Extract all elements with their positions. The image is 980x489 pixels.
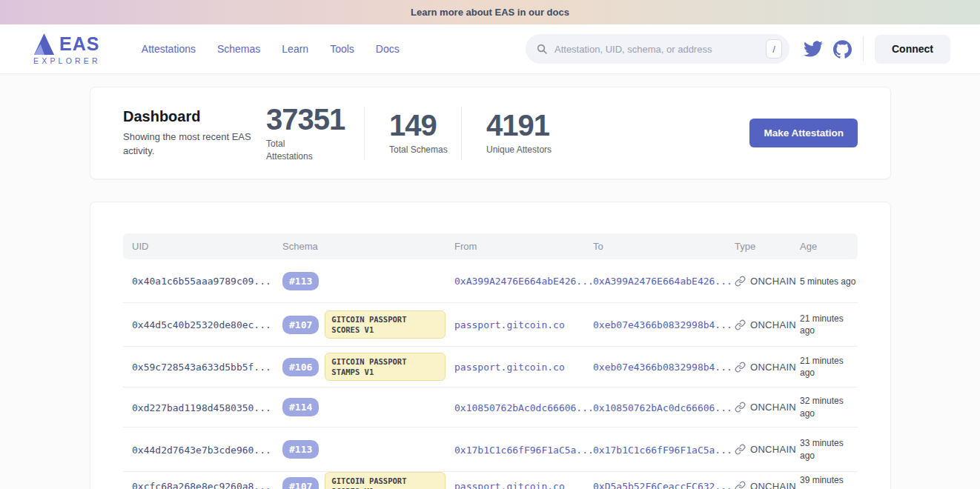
table-row[interactable]: 0xd227bad1198d4580350... #114 0x10850762… — [123, 387, 858, 428]
attestation-age: 32 minutes ago — [800, 395, 858, 419]
to-address-link[interactable]: 0x10850762bAc0dc66606... — [593, 402, 732, 413]
nav-attestations[interactable]: Attestations — [142, 43, 196, 55]
main-nav: Attestations Schemas Learn Tools Docs — [142, 43, 400, 55]
attestations-table-card: UID Schema From To Type Age 0x40a1c6b55a… — [90, 202, 891, 489]
schema-id-badge[interactable]: #113 — [282, 272, 319, 290]
stat-unique-attestors: 4191 Unique Attestors — [462, 110, 552, 156]
to-address-link[interactable]: 0x17b1C1c66fF96F1aC5a... — [593, 445, 732, 456]
schema-id-badge[interactable]: #106 — [282, 358, 319, 376]
attestation-type: ONCHAIN — [750, 319, 796, 330]
header: EAS EXPLORER Attestations Schemas Learn … — [0, 24, 980, 74]
stat-label: Total Attestations — [266, 138, 331, 163]
to-address-link[interactable]: 0xeb07e4366b0832998b4... — [593, 319, 732, 330]
slash-shortcut-badge: / — [766, 39, 782, 59]
stat-total-schemas: 149 Total Schemas — [365, 110, 461, 156]
dashboard-card: Dashboard Showing the most recent EAS ac… — [90, 87, 891, 179]
table-header-row: UID Schema From To Type Age — [123, 233, 858, 259]
nav-tools[interactable]: Tools — [330, 43, 354, 55]
twitter-icon[interactable] — [804, 39, 823, 59]
chain-link-icon — [735, 276, 746, 287]
schema-id-badge[interactable]: #114 — [282, 398, 319, 416]
schema-name-badge[interactable]: GITCOIN PASSPORT SCORES V1 — [325, 472, 446, 489]
attestation-uid-link[interactable]: 0x44d5c40b25320de80ec... — [132, 319, 271, 330]
attestation-uid-link[interactable]: 0x40a1c6b55aaa9789c09... — [132, 276, 271, 287]
stat-total-attestations: 37351 Total Attestations — [266, 104, 364, 163]
from-address-link[interactable]: passport.gitcoin.co — [454, 362, 565, 373]
schema-name-badge[interactable]: GITCOIN PASSPORT STAMPS V1 — [325, 353, 446, 381]
make-attestation-button[interactable]: Make Attestation — [749, 119, 858, 147]
nav-docs[interactable]: Docs — [376, 43, 400, 55]
chain-link-icon — [735, 319, 746, 330]
attestation-type: ONCHAIN — [750, 444, 796, 455]
github-icon[interactable] — [833, 40, 852, 59]
attestation-age: 21 minutes ago — [800, 313, 858, 336]
attestation-age: 39 minutes ago — [800, 474, 858, 489]
attestation-age: 5 minutes ago — [800, 276, 855, 287]
search-input[interactable] — [554, 44, 766, 55]
attestation-type: ONCHAIN — [750, 481, 796, 489]
from-address-link[interactable]: 0x17b1C1c66fF96F1aC5a... — [454, 445, 594, 456]
schema-id-badge[interactable]: #107 — [282, 316, 319, 334]
table-row[interactable]: 0x40a1c6b55aaa9789c09... #113 0xA399A247… — [123, 259, 858, 303]
header-divider — [863, 36, 864, 61]
search-bar[interactable]: / — [526, 34, 789, 64]
table-row[interactable]: 0xcfc68a268e8ec9260a8... #107 GITCOIN PA… — [123, 472, 858, 489]
stat-value: 37351 — [266, 104, 364, 135]
column-header-age: Age — [800, 241, 858, 252]
eas-triangle-icon — [33, 33, 55, 56]
chain-link-icon — [735, 402, 746, 413]
logo-tagline: EXPLORER — [33, 56, 101, 65]
column-header-from: From — [446, 241, 584, 252]
chain-link-icon — [735, 444, 746, 455]
stat-label: Unique Attestors — [486, 144, 552, 156]
attestation-type: ONCHAIN — [750, 402, 796, 413]
to-address-link[interactable]: 0xeb07e4366b0832998b4... — [593, 362, 732, 373]
column-header-type: Type — [726, 241, 800, 252]
docs-banner-link[interactable]: Learn more about EAS in our docs — [0, 0, 980, 24]
stat-value: 4191 — [486, 110, 552, 141]
stat-value: 149 — [389, 110, 461, 141]
from-address-link[interactable]: 0x10850762bAc0dc66606... — [454, 402, 594, 413]
from-address-link[interactable]: 0xA399A2476E664abE426... — [454, 276, 594, 287]
connect-button[interactable]: Connect — [875, 35, 950, 64]
social-links — [804, 39, 852, 59]
stat-label: Total Schemas — [389, 144, 454, 156]
attestation-age: 33 minutes ago — [800, 437, 858, 461]
docs-banner-text: Learn more about EAS in our docs — [411, 7, 569, 18]
page-subtitle: Showing the most recent EAS activity. — [123, 130, 255, 159]
attestation-type: ONCHAIN — [750, 276, 796, 287]
to-address-link[interactable]: 0xD5a5b52F6CeaccEC632... — [593, 481, 732, 489]
chain-link-icon — [735, 481, 746, 489]
schema-name-badge[interactable]: GITCOIN PASSPORT SCORES V1 — [325, 310, 446, 339]
eas-logo[interactable]: EAS EXPLORER — [33, 33, 101, 65]
attestation-uid-link[interactable]: 0xd227bad1198d4580350... — [132, 402, 271, 413]
to-address-link[interactable]: 0xA399A2476E664abE426... — [593, 276, 732, 287]
logo-name: EAS — [59, 33, 99, 55]
from-address-link[interactable]: passport.gitcoin.co — [454, 481, 565, 489]
page-title: Dashboard — [123, 108, 266, 125]
table-row[interactable]: 0x44d5c40b25320de80ec... #107 GITCOIN PA… — [123, 303, 858, 347]
from-address-link[interactable]: passport.gitcoin.co — [454, 319, 565, 330]
nav-schemas[interactable]: Schemas — [217, 43, 260, 55]
column-header-to: To — [584, 241, 726, 252]
schema-id-badge[interactable]: #113 — [282, 440, 319, 459]
chain-link-icon — [735, 362, 746, 373]
column-header-schema: Schema — [274, 241, 446, 252]
attestation-uid-link[interactable]: 0xcfc68a268e8ec9260a8... — [132, 481, 271, 489]
attestation-uid-link[interactable]: 0x59c728543a633d5bb5f... — [132, 362, 271, 373]
attestation-uid-link[interactable]: 0x44d2d7643e7b3cde960... — [132, 445, 271, 456]
search-icon — [536, 43, 548, 55]
nav-learn[interactable]: Learn — [282, 43, 308, 55]
table-row[interactable]: 0x44d2d7643e7b3cde960... #113 0x17b1C1c6… — [123, 428, 858, 472]
attestation-type: ONCHAIN — [750, 362, 796, 373]
table-row[interactable]: 0x59c728543a633d5bb5f... #106 GITCOIN PA… — [123, 347, 858, 387]
attestation-age: 21 minutes ago — [800, 355, 858, 379]
column-header-uid: UID — [123, 241, 274, 252]
schema-id-badge[interactable]: #107 — [282, 477, 319, 489]
